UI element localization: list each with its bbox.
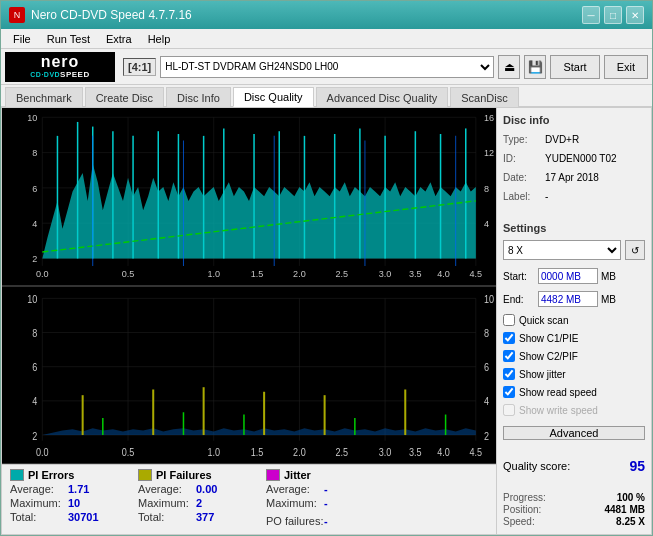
toolbar: nero CD·DVDSPEED [4:1] HL-DT-ST DVDRAM G… xyxy=(1,49,652,85)
drive-label: [4:1] xyxy=(123,58,156,76)
pi-failures-total-label: Total: xyxy=(138,511,196,523)
chart-container: 10 8 6 4 2 16 12 8 4 0.0 0.5 1.0 xyxy=(2,108,496,464)
pi-failures-stat: PI Failures Average: 0.00 Maximum: 2 Tot… xyxy=(138,469,246,530)
drive-select[interactable]: HL-DT-ST DVDRAM GH24NSD0 LH00 xyxy=(160,56,494,78)
advanced-button[interactable]: Advanced xyxy=(503,426,645,440)
pi-errors-header: PI Errors xyxy=(28,469,74,481)
show-read-speed-label: Show read speed xyxy=(519,387,597,398)
svg-text:0.5: 0.5 xyxy=(122,269,135,279)
pi-errors-total-value: 30701 xyxy=(68,511,118,523)
svg-text:4: 4 xyxy=(484,219,489,229)
svg-text:4.0: 4.0 xyxy=(437,445,450,457)
tab-disc-quality[interactable]: Disc Quality xyxy=(233,87,314,107)
close-button[interactable]: ✕ xyxy=(626,6,644,24)
svg-text:10: 10 xyxy=(484,293,494,305)
quick-scan-checkbox[interactable] xyxy=(503,314,515,326)
eject-icon[interactable]: ⏏ xyxy=(498,55,520,79)
menubar: File Run Test Extra Help xyxy=(1,29,652,49)
pi-errors-max-value: 10 xyxy=(68,497,118,509)
minimize-button[interactable]: ─ xyxy=(582,6,600,24)
maximize-button[interactable]: □ xyxy=(604,6,622,24)
svg-text:1.0: 1.0 xyxy=(207,445,220,457)
show-c1-pie-checkbox[interactable] xyxy=(503,332,515,344)
menu-extra[interactable]: Extra xyxy=(98,31,140,47)
show-c2-pif-row: Show C2/PIF xyxy=(503,350,645,362)
svg-text:3.5: 3.5 xyxy=(409,269,422,279)
save-icon[interactable]: 💾 xyxy=(524,55,546,79)
pi-failures-max-label: Maximum: xyxy=(138,497,196,509)
svg-text:0.0: 0.0 xyxy=(36,445,49,457)
position-label: Position: xyxy=(503,504,541,515)
window-title: Nero CD-DVD Speed 4.7.7.16 xyxy=(31,8,192,22)
nero-logo: nero CD·DVDSPEED xyxy=(5,52,115,82)
jitter-max-value: - xyxy=(324,497,374,509)
speed-select[interactable]: 8 X xyxy=(503,240,621,260)
titlebar: N Nero CD-DVD Speed 4.7.7.16 ─ □ ✕ xyxy=(1,1,652,29)
disc-label-row: Label: - xyxy=(503,189,645,204)
show-c2-pif-checkbox[interactable] xyxy=(503,350,515,362)
jitter-avg-value: - xyxy=(324,483,374,495)
svg-text:16: 16 xyxy=(484,113,494,123)
po-failures-label: PO failures: xyxy=(266,515,324,527)
tab-benchmark[interactable]: Benchmark xyxy=(5,87,83,107)
disc-type-row: Type: DVD+R xyxy=(503,132,645,147)
pi-errors-color xyxy=(10,469,24,481)
svg-text:3.0: 3.0 xyxy=(379,445,392,457)
content-area: 10 8 6 4 2 16 12 8 4 0.0 0.5 1.0 xyxy=(1,107,652,535)
progress-section: Progress: 100 % Position: 4481 MB Speed:… xyxy=(503,492,645,528)
menu-file[interactable]: File xyxy=(5,31,39,47)
show-jitter-row: Show jitter xyxy=(503,368,645,380)
svg-text:4.5: 4.5 xyxy=(470,269,483,279)
svg-text:3.5: 3.5 xyxy=(409,445,422,457)
svg-text:4.0: 4.0 xyxy=(437,269,450,279)
svg-text:2: 2 xyxy=(32,430,37,442)
pi-errors-stat: PI Errors Average: 1.71 Maximum: 10 Tota… xyxy=(10,469,118,530)
tab-advanced-disc-quality[interactable]: Advanced Disc Quality xyxy=(316,87,449,107)
svg-text:8: 8 xyxy=(32,327,37,339)
refresh-button[interactable]: ↺ xyxy=(625,240,645,260)
position-value: 4481 MB xyxy=(604,504,645,515)
chart2: 10 8 6 4 2 10 8 6 4 2 0.0 0.5 xyxy=(2,287,496,464)
pi-failures-color xyxy=(138,469,152,481)
quality-row: Quality score: 95 xyxy=(503,458,645,474)
tab-scandisc[interactable]: ScanDisc xyxy=(450,87,518,107)
show-write-speed-checkbox[interactable] xyxy=(503,404,515,416)
charts-panel: 10 8 6 4 2 16 12 8 4 0.0 0.5 1.0 xyxy=(2,108,496,534)
svg-text:2: 2 xyxy=(484,430,489,442)
chart1-wrapper: 10 8 6 4 2 16 12 8 4 0.0 0.5 1.0 xyxy=(2,108,496,286)
menu-runtest[interactable]: Run Test xyxy=(39,31,98,47)
position-row: Position: 4481 MB xyxy=(503,504,645,515)
tab-create-disc[interactable]: Create Disc xyxy=(85,87,164,107)
show-write-speed-row: Show write speed xyxy=(503,404,645,416)
start-input[interactable] xyxy=(538,268,598,284)
app-icon: N xyxy=(9,7,25,23)
pi-failures-avg-label: Average: xyxy=(138,483,196,495)
svg-text:0.0: 0.0 xyxy=(36,269,49,279)
progress-row: Progress: 100 % xyxy=(503,492,645,503)
tab-disc-info[interactable]: Disc Info xyxy=(166,87,231,107)
start-unit: MB xyxy=(601,271,616,282)
svg-rect-55 xyxy=(2,287,496,464)
exit-button[interactable]: Exit xyxy=(604,55,648,79)
svg-text:6: 6 xyxy=(32,361,37,373)
start-button[interactable]: Start xyxy=(550,55,599,79)
svg-text:2.0: 2.0 xyxy=(293,269,306,279)
quality-score-value: 95 xyxy=(629,458,645,474)
chart2-wrapper: 10 8 6 4 2 10 8 6 4 2 0.0 0.5 xyxy=(2,286,496,465)
end-unit: MB xyxy=(601,294,616,305)
disc-label-value: - xyxy=(545,189,548,204)
svg-text:10: 10 xyxy=(27,113,37,123)
show-jitter-checkbox[interactable] xyxy=(503,368,515,380)
disc-label-label: Label: xyxy=(503,189,541,204)
start-label: Start: xyxy=(503,271,538,282)
show-read-speed-checkbox[interactable] xyxy=(503,386,515,398)
svg-text:6: 6 xyxy=(484,361,489,373)
show-write-speed-label: Show write speed xyxy=(519,405,598,416)
show-c1-pie-label: Show C1/PIE xyxy=(519,333,578,344)
speed-value: 8.25 X xyxy=(616,516,645,527)
disc-date-value: 17 Apr 2018 xyxy=(545,170,599,185)
menu-help[interactable]: Help xyxy=(140,31,179,47)
stats-bar: PI Errors Average: 1.71 Maximum: 10 Tota… xyxy=(2,464,496,534)
start-mb-row: Start: MB xyxy=(503,268,645,284)
end-input[interactable] xyxy=(538,291,598,307)
